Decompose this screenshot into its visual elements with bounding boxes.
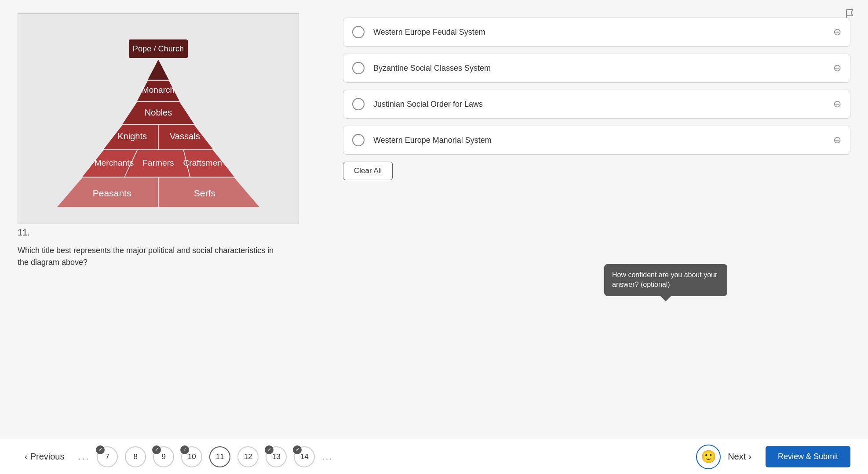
radio-c[interactable] xyxy=(352,98,365,110)
page-14[interactable]: ✓ 14 xyxy=(294,446,315,467)
check-10-icon: ✓ xyxy=(180,445,189,454)
next-label: Next xyxy=(728,452,746,462)
option-d[interactable]: Western Europe Manorial System ⊖ xyxy=(343,126,850,155)
page-10-label: 10 xyxy=(188,452,196,461)
smiley-icon: 🙂 xyxy=(701,449,716,464)
page-9[interactable]: ✓ 9 xyxy=(153,446,174,467)
option-c-text: Justinian Social Order for Laws xyxy=(373,100,833,109)
remove-option-a[interactable]: ⊖ xyxy=(833,26,841,38)
previous-button[interactable]: ‹ Previous xyxy=(18,448,71,465)
page-13[interactable]: ✓ 13 xyxy=(266,446,287,467)
confidence-text: How confident are you about your answer?… xyxy=(612,271,717,288)
remove-option-d[interactable]: ⊖ xyxy=(833,134,841,146)
check-9-icon: ✓ xyxy=(152,445,161,454)
svg-text:Craftsmen: Craftsmen xyxy=(183,158,222,167)
page-14-label: 14 xyxy=(300,452,309,461)
remove-option-b[interactable]: ⊖ xyxy=(833,62,841,74)
radio-b[interactable] xyxy=(352,62,365,74)
page-11-label: 11 xyxy=(216,452,224,461)
previous-label: Previous xyxy=(30,452,65,462)
page-12-label: 12 xyxy=(244,452,252,461)
svg-text:Knights: Knights xyxy=(117,131,147,141)
radio-d[interactable] xyxy=(352,134,365,146)
svg-text:Pope / Church: Pope / Church xyxy=(133,44,184,53)
page-8-label: 8 xyxy=(133,452,137,461)
answer-options: Western Europe Feudal System ⊖ Byzantine… xyxy=(343,13,850,180)
clear-all-button[interactable]: Clear All xyxy=(343,162,393,180)
svg-text:Monarch: Monarch xyxy=(142,85,175,94)
bottom-navigation: ‹ Previous ... ✓ 7 8 ✓ 9 ✓ 10 11 12 ✓ 13… xyxy=(0,439,868,474)
svg-text:Vassals: Vassals xyxy=(170,131,200,141)
svg-text:Nobles: Nobles xyxy=(145,108,172,117)
check-13-icon: ✓ xyxy=(265,445,274,454)
confidence-tooltip: How confident are you about your answer?… xyxy=(604,264,727,296)
next-arrow-icon: › xyxy=(748,452,751,462)
svg-text:Serfs: Serfs xyxy=(194,188,215,198)
option-d-text: Western Europe Manorial System xyxy=(373,136,833,145)
option-b-text: Byzantine Social Classes System xyxy=(373,64,833,73)
page-8[interactable]: 8 xyxy=(125,446,146,467)
right-dots: ... xyxy=(322,452,333,462)
page-10[interactable]: ✓ 10 xyxy=(181,446,202,467)
review-submit-button[interactable]: Review & Submit xyxy=(766,446,850,467)
page-12[interactable]: 12 xyxy=(237,446,259,467)
check-7-icon: ✓ xyxy=(96,445,105,454)
left-dots: ... xyxy=(78,452,90,462)
question-number: 11. xyxy=(18,228,325,238)
smiley-button[interactable]: 🙂 xyxy=(696,445,721,469)
page-13-label: 13 xyxy=(272,452,281,461)
option-a-text: Western Europe Feudal System xyxy=(373,28,833,37)
pyramid-diagram: Peasants Serfs Merchants Farmers Craftsm… xyxy=(18,13,299,224)
remove-option-c[interactable]: ⊖ xyxy=(833,98,841,110)
option-a[interactable]: Western Europe Feudal System ⊖ xyxy=(343,18,850,47)
svg-text:Farmers: Farmers xyxy=(142,158,174,167)
page-7[interactable]: ✓ 7 xyxy=(97,446,118,467)
previous-arrow-icon: ‹ xyxy=(25,452,28,462)
question-text: Which title best represents the major po… xyxy=(18,245,281,268)
radio-a[interactable] xyxy=(352,26,365,38)
option-c[interactable]: Justinian Social Order for Laws ⊖ xyxy=(343,90,850,119)
page-9-label: 9 xyxy=(161,452,165,461)
page-11[interactable]: 11 xyxy=(209,446,230,467)
svg-text:Merchants: Merchants xyxy=(95,158,134,167)
next-button[interactable]: Next › xyxy=(728,452,751,462)
option-b[interactable]: Byzantine Social Classes System ⊖ xyxy=(343,54,850,83)
check-14-icon: ✓ xyxy=(293,445,302,454)
page-7-label: 7 xyxy=(105,452,109,461)
svg-text:Peasants: Peasants xyxy=(93,188,131,198)
